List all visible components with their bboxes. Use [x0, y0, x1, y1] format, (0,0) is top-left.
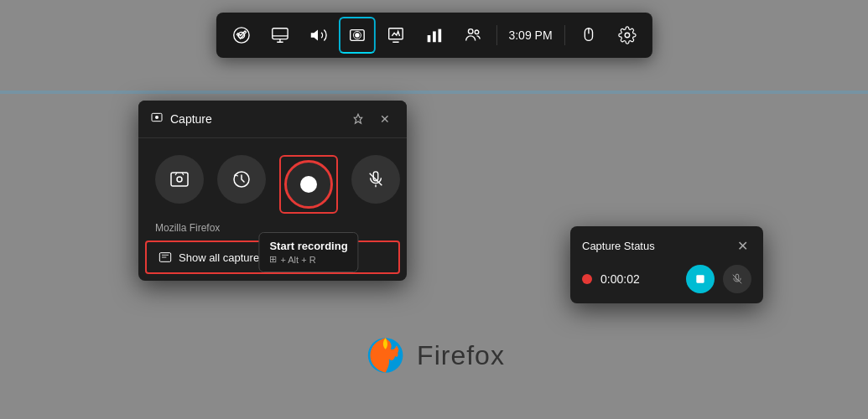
barchart-icon	[424, 26, 443, 44]
widget-icon[interactable]	[261, 17, 298, 54]
record-icon	[284, 160, 333, 209]
mic-off-icon	[351, 155, 400, 204]
mouse-icon[interactable]	[570, 17, 607, 54]
svg-rect-7	[433, 31, 436, 42]
xbox-icon[interactable]	[222, 17, 259, 54]
capture-buttons-row: Start recording ⊞ + Alt + R	[138, 138, 407, 222]
people-icon	[463, 26, 481, 44]
gamebar-time: 3:09 PM	[502, 28, 559, 42]
screenshot-button[interactable]	[155, 155, 204, 204]
monitor-icon	[270, 26, 288, 44]
svg-rect-1	[272, 28, 287, 39]
svg-point-17	[177, 177, 182, 182]
capture-panel-title: Capture	[170, 112, 348, 126]
firefox-area: Firefox	[363, 334, 505, 377]
divider-1	[496, 25, 496, 45]
mic-off-button[interactable]	[351, 155, 400, 204]
bg-line-2	[0, 92, 868, 94]
gamebar: 3:09 PM	[216, 13, 652, 58]
speaker-icon	[309, 26, 327, 44]
mic-status-button[interactable]	[723, 265, 751, 293]
svg-point-15	[155, 116, 159, 119]
screenshot-icon	[155, 155, 204, 204]
firefox-logo	[363, 334, 407, 377]
svg-point-9	[468, 29, 473, 34]
show-captures-label: Show all capture...	[179, 251, 268, 264]
record-highlight-border	[279, 155, 338, 214]
capture-status-panel: Capture Status ✕ 0:00:02	[570, 226, 763, 303]
xbox-logo	[231, 26, 250, 44]
stats-icon[interactable]	[415, 17, 452, 54]
status-close-button[interactable]: ✕	[733, 236, 751, 255]
performance-icon-svg	[386, 26, 404, 44]
show-captures-button[interactable]: Show all capture...	[145, 241, 400, 274]
settings-icon[interactable]	[609, 17, 646, 54]
divider-2	[564, 25, 565, 45]
record-button[interactable]	[284, 160, 333, 209]
firefox-label: Firefox	[417, 340, 505, 371]
show-captures-icon	[159, 251, 172, 264]
recording-timer: 0:00:02	[600, 272, 678, 286]
recent-button[interactable]	[217, 155, 266, 204]
capture-panel: Capture ✕	[138, 101, 407, 281]
capture-panel-header: Capture ✕	[138, 101, 407, 138]
capture-panel-icon	[150, 111, 164, 127]
status-title: Capture Status	[582, 240, 655, 252]
gear-icon	[618, 26, 637, 44]
capture-icon-svg	[347, 26, 366, 44]
pin-button[interactable]	[348, 109, 368, 129]
mouse-icon-svg	[580, 26, 598, 44]
svg-rect-8	[438, 29, 441, 43]
stop-icon	[694, 273, 706, 285]
status-header: Capture Status ✕	[582, 236, 751, 255]
performance-icon[interactable]	[377, 17, 413, 54]
svg-point-3	[355, 33, 360, 38]
svg-rect-23	[696, 275, 704, 282]
recent-icon	[217, 155, 266, 204]
status-row: 0:00:02	[582, 265, 751, 293]
capture-icon[interactable]	[338, 17, 375, 54]
close-panel-button[interactable]: ✕	[375, 109, 395, 129]
svg-rect-16	[171, 173, 188, 186]
svg-point-10	[475, 30, 479, 34]
svg-point-13	[625, 33, 630, 38]
svg-rect-6	[427, 35, 430, 42]
mic-off-status-icon	[731, 273, 743, 285]
stop-recording-button[interactable]	[686, 265, 715, 293]
app-name: Mozilla Firefox	[138, 222, 407, 241]
recording-dot	[582, 274, 592, 284]
record-button-wrapper: Start recording ⊞ + Alt + R	[279, 155, 338, 214]
social-icon[interactable]	[454, 17, 491, 54]
audio-icon[interactable]	[299, 17, 336, 54]
capture-header-actions: ✕	[348, 109, 395, 129]
